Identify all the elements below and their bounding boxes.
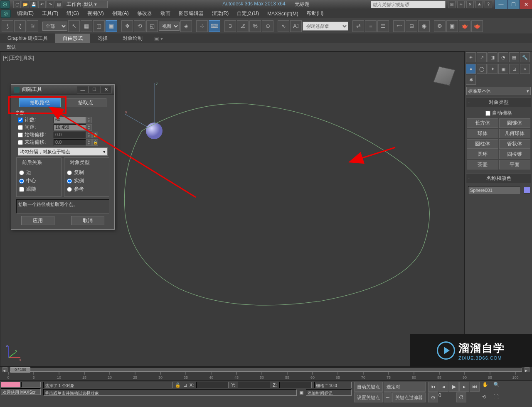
time-ruler[interactable]: 0510152025303540455055606570758085909510… — [0, 372, 532, 380]
cancel-button[interactable]: 取消 — [71, 216, 104, 225]
menu-modifiers[interactable]: 修改器 — [133, 9, 156, 18]
menu-animation[interactable]: 动画 — [157, 9, 174, 18]
qat-undo-icon[interactable]: ↶ — [38, 1, 46, 8]
ribbon-tab-selection[interactable]: 选择 — [90, 34, 115, 43]
menu-maxscript[interactable]: MAXScript(M) — [264, 10, 302, 17]
timetag-text[interactable]: 添加时间标记 — [306, 389, 352, 396]
startoffset-lock-icon[interactable]: 🔒 — [92, 132, 98, 138]
dialog-maximize-button[interactable]: ☐ — [89, 86, 100, 93]
goto-end-icon[interactable]: ⏭ — [470, 382, 480, 392]
menu-customize[interactable]: 自定义(U) — [233, 9, 263, 18]
prim-torus[interactable]: 圆环 — [467, 150, 498, 159]
objtype-instance-radio[interactable] — [67, 179, 72, 184]
dialog-minimize-button[interactable]: — — [77, 86, 89, 93]
select-region-icon[interactable]: ◫ — [93, 20, 105, 32]
qat-redo-icon[interactable]: ↷ — [47, 1, 54, 8]
category-combo[interactable]: 标准基本体▾ — [466, 87, 531, 95]
sub-lights-icon[interactable]: ✦ — [488, 64, 498, 74]
prim-teapot[interactable]: 茶壶 — [467, 160, 498, 169]
setkey-icon[interactable]: ⊸ — [384, 392, 392, 402]
tab-hierarchy-icon[interactable]: ◨ — [488, 52, 498, 62]
maximize-button[interactable]: ☐ — [507, 0, 520, 9]
qat-open-icon[interactable]: 📂 — [22, 1, 29, 8]
tab-create-icon[interactable]: ☀ — [466, 52, 476, 62]
endoffset-lock-icon[interactable]: 🔒 — [92, 139, 98, 146]
context-center-radio[interactable] — [19, 179, 24, 184]
unlink-icon[interactable]: ⟅ — [14, 20, 26, 32]
startoffset-checkbox[interactable] — [18, 132, 23, 137]
time-slider[interactable]: 0 / 100 — [10, 368, 522, 372]
coord-y[interactable] — [238, 382, 270, 388]
render-setup-icon[interactable]: ⚙ — [434, 20, 446, 32]
close-button[interactable]: ✕ — [520, 0, 532, 9]
spacing-checkbox[interactable] — [18, 125, 23, 130]
menu-tools[interactable]: 工具(T) — [38, 9, 62, 18]
autokey-button[interactable]: 自动关键点 — [354, 382, 383, 392]
rotate-icon[interactable]: ⟲ — [134, 20, 145, 32]
qat-project-icon[interactable]: ▤ — [55, 1, 62, 8]
select-name-icon[interactable]: ▦ — [81, 20, 92, 32]
minimize-button[interactable]: — — [495, 0, 507, 9]
count-input[interactable]: 60 — [54, 117, 86, 123]
snap-icon[interactable]: 3 — [224, 20, 236, 32]
qat-save-icon[interactable]: 💾 — [30, 1, 37, 8]
help-icon[interactable]: ? — [485, 1, 492, 8]
tab-display-icon[interactable]: ▤ — [509, 52, 519, 62]
menu-create[interactable]: 创建(A) — [108, 9, 133, 18]
material-icon[interactable]: ◉ — [418, 20, 430, 32]
window-crossing-icon[interactable]: ▣ — [106, 20, 117, 32]
ribbon-expand-icon[interactable]: ▣ ▾ — [154, 36, 163, 42]
ribbon-tab-graphite[interactable]: Graphite 建模工具 — [0, 34, 55, 43]
prim-tube[interactable]: 管状体 — [499, 139, 531, 149]
sub-geometry-icon[interactable]: ● — [466, 64, 476, 74]
dialog-titlebar[interactable]: 间隔工具 — ☐ ✕ — [11, 85, 114, 95]
nav-pan-icon[interactable]: ✋ — [482, 382, 493, 392]
prim-box[interactable]: 长方体 — [467, 118, 498, 128]
align-icon[interactable]: ≡ — [365, 20, 377, 32]
script-mini-1[interactable] — [1, 382, 20, 387]
manipulate-icon[interactable]: ⊹ — [196, 20, 208, 32]
named-selection-combo[interactable]: 创建选择集 — [303, 22, 348, 31]
schematic-icon[interactable]: ⊟ — [406, 20, 417, 32]
tab-modify-icon[interactable]: ↗ — [477, 52, 487, 62]
pick-points-button[interactable]: 拾取点 — [65, 98, 106, 107]
menu-grapheditors[interactable]: 图形编辑器 — [175, 9, 207, 18]
qat-new-icon[interactable]: ▢ — [13, 1, 21, 8]
spinner-snap-icon[interactable]: ⊙ — [262, 20, 273, 32]
prim-sphere[interactable]: 球体 — [467, 129, 498, 138]
objtype-copy-radio[interactable] — [67, 170, 72, 175]
prim-plane[interactable]: 平面 — [499, 160, 531, 169]
infocenter-icon[interactable]: ⊞ — [448, 1, 456, 8]
time-config-icon[interactable]: ⏱ — [456, 392, 466, 402]
object-color-swatch[interactable] — [524, 187, 530, 194]
sub-helpers-icon[interactable]: ⊡ — [509, 64, 519, 74]
menu-help[interactable]: 帮助(H) — [303, 9, 328, 18]
endoffset-input[interactable]: 0.0 — [54, 139, 86, 146]
prim-pyramid[interactable]: 四棱锥 — [499, 150, 531, 159]
spacing-spinner[interactable]: ▲▼ — [86, 124, 92, 131]
timetag-icon[interactable]: ▣ — [299, 390, 303, 395]
percent-snap-icon[interactable]: % — [249, 20, 261, 32]
next-frame-icon[interactable]: ▸ — [459, 382, 469, 392]
keyboard-shortcut-icon[interactable]: ⌨ — [209, 20, 220, 32]
goto-start-icon[interactable]: ⏮ — [428, 382, 438, 392]
select-icon[interactable]: ↖ — [68, 20, 80, 32]
favorites-icon[interactable]: ★ — [475, 1, 483, 8]
time-thumb[interactable]: 0 / 100 — [10, 367, 30, 373]
nav-zoom-icon[interactable]: 🔍 — [493, 382, 504, 392]
spacing-input[interactable]: 16.458 — [54, 124, 86, 131]
timeline-next-icon[interactable]: ▸ — [525, 367, 530, 372]
autogrid-checkbox[interactable] — [485, 111, 490, 116]
edit-named-icon[interactable]: ∿ — [278, 20, 289, 32]
script-mini-2[interactable] — [21, 382, 41, 387]
startoffset-spinner[interactable]: ▲▼ — [86, 132, 92, 138]
apply-button[interactable]: 应用 — [21, 216, 54, 225]
play-icon[interactable]: ▶ — [449, 382, 459, 392]
lock-icon[interactable]: 🔓 — [175, 382, 181, 388]
nav-max-icon[interactable]: ⛶ — [493, 394, 504, 405]
prim-cone[interactable]: 圆锥体 — [499, 118, 531, 128]
layers-icon[interactable]: ☰ — [377, 20, 389, 32]
tab-utilities-icon[interactable]: 🔧 — [520, 52, 530, 62]
prev-frame-icon[interactable]: ◂ — [438, 382, 448, 392]
ribbon-tab-freeform[interactable]: 自由形式 — [55, 34, 90, 43]
